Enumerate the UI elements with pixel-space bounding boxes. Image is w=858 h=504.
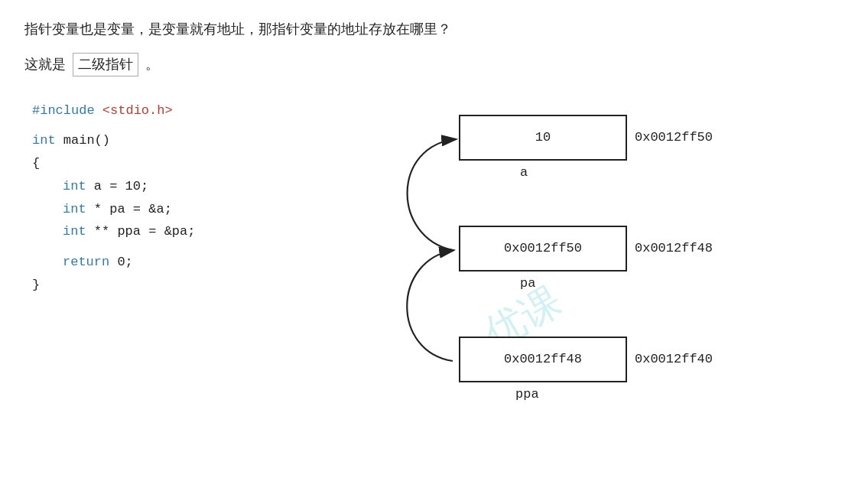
mem-addr-a: 0x0012ff50 [635,130,713,145]
code-line-pa: int * pa = &a; [32,198,315,221]
mem-label-ppa: ppa [515,387,539,402]
mem-addr-ppa: 0x0012ff40 [635,352,713,366]
code-int-main: int main() [32,129,315,152]
code-block: #include <stdio.h> int main() { int a = … [24,99,315,297]
code-line-a: int a = 10; [32,175,315,198]
intro-prefix: 这就是 [24,57,66,72]
code-brace-open: { [32,152,315,175]
code-brace-close: } [32,274,315,297]
mem-value-a: 10 [535,130,551,145]
main-content: #include <stdio.h> int main() { int a = … [24,99,834,436]
mem-box-pa: 0x0012ff50 [459,226,627,272]
mem-value-pa: 0x0012ff50 [504,241,582,255]
intro-line2: 这就是 二级指针 。 [24,53,834,76]
mem-label-a: a [520,165,528,180]
mem-box-a: 10 [459,115,627,161]
mem-label-pa: pa [520,276,535,291]
code-include: #include <stdio.h> [32,99,315,122]
code-return: return 0; [32,251,315,274]
mem-value-ppa: 0x0012ff48 [504,352,582,366]
intro-line1: 指针变量也是变量，是变量就有地址，那指针变量的地址存放在哪里？ [24,18,834,41]
highlight-erji: 二级指针 [73,53,138,76]
mem-addr-pa: 0x0012ff48 [635,241,713,255]
intro-suffix: 。 [145,57,159,72]
code-line-ppa: int ** ppa = &pa; [32,220,315,243]
mem-box-ppa: 0x0012ff48 [459,337,627,382]
diagram-area: 优课 10 a 0x0012ff50 0x0012ff50 pa 0x0012 [330,99,834,436]
